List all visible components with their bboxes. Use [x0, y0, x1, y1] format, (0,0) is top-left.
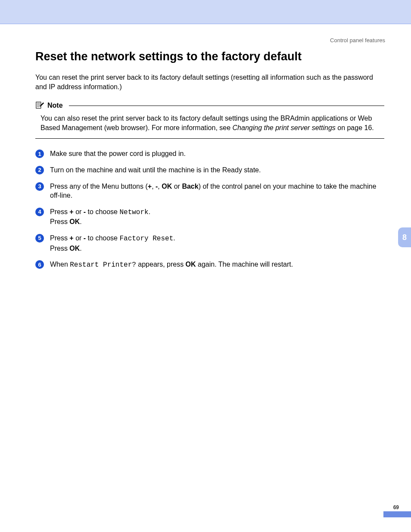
- t: When: [50, 261, 70, 268]
- note-text-italic: Changing the print server settings: [233, 124, 336, 131]
- step-2-body: Turn on the machine and wait until the m…: [50, 165, 384, 175]
- t: Back: [182, 183, 198, 190]
- note-header: Note: [35, 101, 384, 110]
- t: or: [74, 234, 84, 242]
- step-number-badge: 2: [35, 166, 44, 174]
- intro-paragraph: You can reset the print server back to i…: [35, 73, 384, 91]
- t: OK: [162, 183, 172, 190]
- t: to choose: [86, 234, 119, 242]
- t: Network: [119, 208, 148, 216]
- t: +: [148, 183, 152, 190]
- note-label: Note: [47, 102, 63, 109]
- t: OK: [69, 245, 80, 252]
- steps-list: 1 Make sure that the power cord is plugg…: [35, 149, 384, 270]
- step-number-badge: 3: [35, 182, 44, 191]
- t: Press: [50, 208, 69, 215]
- note-pencil-icon: [35, 101, 45, 110]
- step-3-body: Press any of the Menu buttons (+, -, OK …: [50, 182, 384, 200]
- note-rule-top: [69, 106, 384, 106]
- step-number-badge: 1: [35, 149, 44, 158]
- t: to choose: [86, 208, 119, 215]
- t: ,: [152, 183, 156, 190]
- t: appears, press: [136, 261, 186, 268]
- step-5: 5 Press + or - to choose Factory Reset. …: [35, 233, 384, 253]
- content-area: Reset the network settings to the factor…: [0, 50, 411, 270]
- t: Press: [50, 234, 69, 242]
- step-number-badge: 5: [35, 234, 44, 243]
- step-6: 6 When Restart Printer? appears, press O…: [35, 260, 384, 270]
- note-text-suffix: on page 16.: [336, 124, 374, 131]
- step-3: 3 Press any of the Menu buttons (+, -, O…: [35, 182, 384, 200]
- step-1: 1 Make sure that the power cord is plugg…: [35, 149, 384, 159]
- section-header: Control panel features: [330, 37, 385, 44]
- page-number: 69: [393, 504, 399, 510]
- step-6-body: When Restart Printer? appears, press OK …: [50, 260, 384, 270]
- step-4: 4 Press + or - to choose Network. Press …: [35, 207, 384, 227]
- note-block: Note You can also reset the print server…: [35, 101, 384, 139]
- t: +: [69, 234, 73, 242]
- t: Restart Printer?: [70, 261, 136, 269]
- step-1-body: Make sure that the power cord is plugged…: [50, 149, 384, 159]
- t: or: [74, 208, 84, 215]
- t: Press: [50, 245, 69, 252]
- t: Factory Reset: [119, 235, 173, 243]
- top-band: [0, 0, 411, 24]
- t: again. The machine will restart.: [196, 261, 293, 268]
- step-number-badge: 6: [35, 260, 44, 269]
- t: +: [69, 208, 73, 215]
- note-body: You can also reset the print server back…: [35, 114, 384, 132]
- step-number-badge: 4: [35, 208, 44, 216]
- t: ,: [158, 183, 162, 190]
- page-title: Reset the network settings to the factor…: [35, 50, 384, 63]
- t: .: [149, 208, 150, 215]
- step-2: 2 Turn on the machine and wait until the…: [35, 165, 384, 175]
- page-number-bar: [383, 511, 411, 517]
- t: OK: [69, 218, 80, 225]
- t: Press any of the Menu buttons (: [50, 183, 148, 190]
- t: .: [80, 245, 81, 252]
- t: OK: [186, 261, 196, 268]
- t: .: [173, 234, 175, 242]
- step-4-body: Press + or - to choose Network. Press OK…: [50, 207, 384, 227]
- svg-rect-0: [36, 102, 41, 109]
- t: Press: [50, 218, 69, 225]
- step-5-body: Press + or - to choose Factory Reset. Pr…: [50, 233, 384, 253]
- t: .: [80, 218, 81, 225]
- chapter-tab: 8: [398, 227, 411, 247]
- note-rule-bottom: [35, 138, 384, 139]
- t: or: [172, 183, 182, 190]
